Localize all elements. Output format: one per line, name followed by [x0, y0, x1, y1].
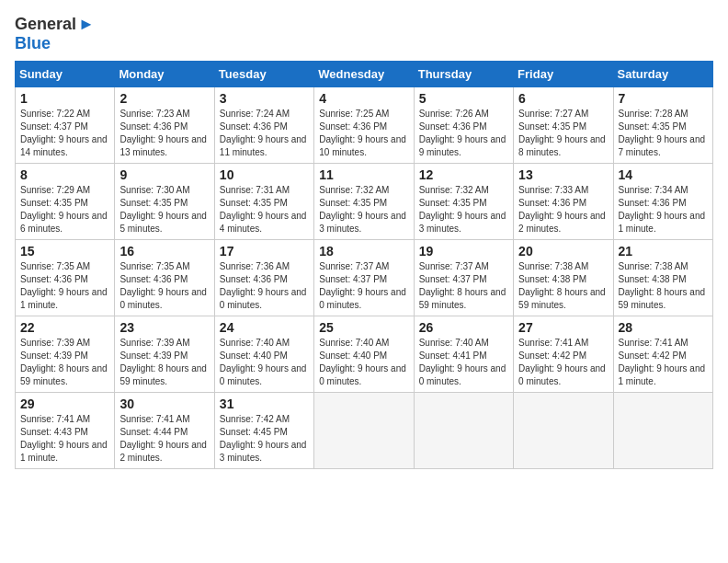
calendar-cell: 3Sunrise: 7:24 AMSunset: 4:36 PMDaylight… [214, 87, 313, 164]
calendar-cell: 17Sunrise: 7:36 AMSunset: 4:36 PMDayligh… [214, 240, 313, 316]
calendar-cell: 29Sunrise: 7:41 AMSunset: 4:43 PMDayligh… [16, 393, 115, 469]
calendar-cell: 11Sunrise: 7:32 AMSunset: 4:35 PMDayligh… [314, 164, 414, 240]
day-info: Sunrise: 7:23 AMSunset: 4:36 PMDaylight:… [119, 108, 209, 159]
calendar-header-row: SundayMondayTuesdayWednesdayThursdayFrid… [16, 62, 713, 87]
day-number: 6 [518, 91, 608, 106]
calendar-cell: 2Sunrise: 7:23 AMSunset: 4:36 PMDaylight… [115, 87, 214, 164]
day-info: Sunrise: 7:26 AMSunset: 4:36 PMDaylight:… [419, 108, 508, 159]
day-info: Sunrise: 7:36 AMSunset: 4:36 PMDaylight:… [220, 260, 309, 312]
day-number: 27 [518, 320, 608, 335]
day-number: 18 [319, 244, 408, 259]
day-number: 28 [619, 320, 708, 335]
day-number: 16 [119, 244, 209, 259]
calendar-cell: 30Sunrise: 7:41 AMSunset: 4:44 PMDayligh… [115, 393, 214, 469]
day-info: Sunrise: 7:41 AMSunset: 4:44 PMDaylight:… [119, 413, 209, 465]
calendar-cell: 31Sunrise: 7:42 AMSunset: 4:45 PMDayligh… [214, 393, 313, 469]
calendar-cell: 18Sunrise: 7:37 AMSunset: 4:37 PMDayligh… [314, 240, 414, 316]
calendar-week-row: 15Sunrise: 7:35 AMSunset: 4:36 PMDayligh… [16, 240, 713, 316]
calendar-week-row: 1Sunrise: 7:22 AMSunset: 4:37 PMDaylight… [16, 87, 713, 164]
calendar-week-row: 22Sunrise: 7:39 AMSunset: 4:39 PMDayligh… [16, 316, 713, 393]
day-number: 30 [119, 396, 209, 411]
calendar-cell: 23Sunrise: 7:39 AMSunset: 4:39 PMDayligh… [115, 316, 214, 393]
day-number: 15 [20, 244, 109, 259]
calendar-cell: 21Sunrise: 7:38 AMSunset: 4:38 PMDayligh… [613, 240, 712, 316]
calendar-cell: 24Sunrise: 7:40 AMSunset: 4:40 PMDayligh… [214, 316, 313, 393]
calendar-cell: 5Sunrise: 7:26 AMSunset: 4:36 PMDaylight… [414, 87, 513, 164]
logo-blue: Blue [15, 34, 51, 52]
calendar-cell: 20Sunrise: 7:38 AMSunset: 4:38 PMDayligh… [514, 240, 613, 316]
day-info: Sunrise: 7:30 AMSunset: 4:35 PMDaylight:… [119, 184, 209, 236]
day-info: Sunrise: 7:41 AMSunset: 4:43 PMDaylight:… [20, 413, 109, 465]
calendar-header-wednesday: Wednesday [314, 62, 414, 87]
day-info: Sunrise: 7:39 AMSunset: 4:39 PMDaylight:… [119, 337, 209, 388]
day-number: 20 [518, 244, 608, 259]
day-number: 24 [220, 320, 309, 335]
day-number: 8 [20, 167, 109, 182]
calendar-cell [514, 393, 613, 469]
calendar-week-row: 8Sunrise: 7:29 AMSunset: 4:35 PMDaylight… [16, 164, 713, 240]
calendar-cell: 26Sunrise: 7:40 AMSunset: 4:41 PMDayligh… [414, 316, 513, 393]
day-info: Sunrise: 7:37 AMSunset: 4:37 PMDaylight:… [319, 260, 408, 312]
day-number: 7 [619, 91, 708, 106]
calendar-cell: 10Sunrise: 7:31 AMSunset: 4:35 PMDayligh… [214, 164, 313, 240]
day-number: 21 [619, 244, 708, 259]
logo: General► Blue [15, 15, 95, 53]
calendar-cell [414, 393, 513, 469]
day-info: Sunrise: 7:35 AMSunset: 4:36 PMDaylight:… [20, 260, 109, 312]
logo-container: General► Blue [15, 15, 95, 53]
calendar-header-friday: Friday [514, 62, 613, 87]
calendar-cell: 1Sunrise: 7:22 AMSunset: 4:37 PMDaylight… [16, 87, 115, 164]
day-number: 11 [319, 167, 408, 182]
day-number: 5 [419, 91, 508, 106]
day-info: Sunrise: 7:32 AMSunset: 4:35 PMDaylight:… [419, 184, 508, 236]
calendar-cell: 6Sunrise: 7:27 AMSunset: 4:35 PMDaylight… [514, 87, 613, 164]
calendar-cell: 9Sunrise: 7:30 AMSunset: 4:35 PMDaylight… [115, 164, 214, 240]
day-number: 22 [20, 320, 109, 335]
day-info: Sunrise: 7:29 AMSunset: 4:35 PMDaylight:… [20, 184, 109, 236]
calendar-cell: 19Sunrise: 7:37 AMSunset: 4:37 PMDayligh… [414, 240, 513, 316]
day-info: Sunrise: 7:31 AMSunset: 4:35 PMDaylight:… [220, 184, 309, 236]
calendar-cell: 4Sunrise: 7:25 AMSunset: 4:36 PMDaylight… [314, 87, 414, 164]
day-info: Sunrise: 7:38 AMSunset: 4:38 PMDaylight:… [518, 260, 608, 312]
calendar-cell: 7Sunrise: 7:28 AMSunset: 4:35 PMDaylight… [613, 87, 712, 164]
calendar-cell: 14Sunrise: 7:34 AMSunset: 4:36 PMDayligh… [613, 164, 712, 240]
day-number: 14 [619, 167, 708, 182]
calendar-cell [314, 393, 414, 469]
calendar-cell: 22Sunrise: 7:39 AMSunset: 4:39 PMDayligh… [16, 316, 115, 393]
calendar-table: SundayMondayTuesdayWednesdayThursdayFrid… [15, 61, 713, 469]
header: General► Blue [15, 15, 713, 53]
day-number: 31 [220, 396, 309, 411]
day-info: Sunrise: 7:41 AMSunset: 4:42 PMDaylight:… [619, 337, 708, 388]
day-number: 4 [319, 91, 408, 106]
day-number: 12 [419, 167, 508, 182]
day-info: Sunrise: 7:38 AMSunset: 4:38 PMDaylight:… [619, 260, 708, 312]
calendar-cell: 27Sunrise: 7:41 AMSunset: 4:42 PMDayligh… [514, 316, 613, 393]
day-number: 10 [220, 167, 309, 182]
calendar-header-monday: Monday [115, 62, 214, 87]
calendar-cell: 13Sunrise: 7:33 AMSunset: 4:36 PMDayligh… [514, 164, 613, 240]
calendar-cell: 16Sunrise: 7:35 AMSunset: 4:36 PMDayligh… [115, 240, 214, 316]
day-number: 2 [119, 91, 209, 106]
day-info: Sunrise: 7:27 AMSunset: 4:35 PMDaylight:… [518, 108, 608, 159]
day-info: Sunrise: 7:28 AMSunset: 4:35 PMDaylight:… [619, 108, 708, 159]
day-info: Sunrise: 7:40 AMSunset: 4:40 PMDaylight:… [319, 337, 408, 388]
calendar-cell [613, 393, 712, 469]
day-number: 19 [419, 244, 508, 259]
day-number: 9 [119, 167, 209, 182]
logo-bird-icon: ► [78, 15, 95, 33]
day-info: Sunrise: 7:22 AMSunset: 4:37 PMDaylight:… [20, 108, 109, 159]
day-number: 3 [220, 91, 309, 106]
calendar-header-thursday: Thursday [414, 62, 513, 87]
day-info: Sunrise: 7:35 AMSunset: 4:36 PMDaylight:… [119, 260, 209, 312]
day-info: Sunrise: 7:24 AMSunset: 4:36 PMDaylight:… [220, 108, 309, 159]
day-info: Sunrise: 7:33 AMSunset: 4:36 PMDaylight:… [518, 184, 608, 236]
day-number: 29 [20, 396, 109, 411]
day-number: 1 [20, 91, 109, 106]
calendar-header-tuesday: Tuesday [214, 62, 313, 87]
day-info: Sunrise: 7:42 AMSunset: 4:45 PMDaylight:… [220, 413, 309, 465]
day-info: Sunrise: 7:40 AMSunset: 4:41 PMDaylight:… [419, 337, 508, 388]
calendar-cell: 28Sunrise: 7:41 AMSunset: 4:42 PMDayligh… [613, 316, 712, 393]
day-info: Sunrise: 7:40 AMSunset: 4:40 PMDaylight:… [220, 337, 309, 388]
day-number: 26 [419, 320, 508, 335]
calendar-cell: 8Sunrise: 7:29 AMSunset: 4:35 PMDaylight… [16, 164, 115, 240]
